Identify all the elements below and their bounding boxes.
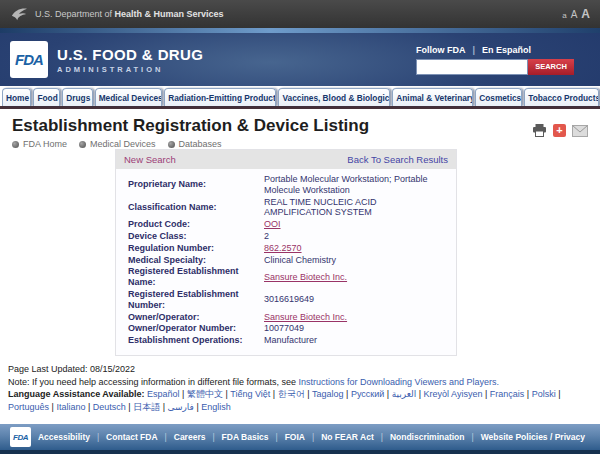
product-code-link[interactable]: OOI <box>264 219 281 230</box>
footer-link[interactable]: FDA Basics <box>222 432 269 442</box>
table-row: Proprietary Name: Portable Molecular Wor… <box>128 174 446 196</box>
nav-tab[interactable]: Cosmetics <box>475 88 522 106</box>
field-value: 10077049 <box>264 323 304 334</box>
language-link[interactable]: 日本語 <box>133 402 160 412</box>
field-value: 3016619649 <box>264 294 314 305</box>
en-espanol-link[interactable]: En Español <box>482 45 531 55</box>
language-link[interactable]: Polski <box>532 389 556 399</box>
footer-link[interactable]: Contact FDA <box>106 432 157 442</box>
search-button[interactable]: SEARCH <box>528 59 574 75</box>
hhs-top-bar: U.S. Department of Health & Human Servic… <box>0 0 600 28</box>
language-link[interactable]: فارسی <box>167 402 193 412</box>
field-value: 2 <box>264 231 269 242</box>
nav-tab[interactable]: Tobacco Products <box>524 88 599 106</box>
footer-fda-logo[interactable]: FDA <box>10 427 31 447</box>
language-link[interactable]: 繁體中文 <box>187 389 223 399</box>
banner-right-block: Follow FDA | En Español SEARCH <box>416 45 574 75</box>
footer-links: Accessibility | Contact FDA | Careers | … <box>31 432 592 442</box>
fda-logo[interactable]: FDA <box>10 41 48 78</box>
separator: | <box>305 389 312 399</box>
table-row: Classification Name: REAL TIME NUCLEIC A… <box>128 197 446 219</box>
field-value: Clinical Chemistry <box>264 255 336 266</box>
field-label: Product Code: <box>128 219 264 230</box>
back-to-results-link[interactable]: Back To Search Results <box>347 154 448 165</box>
font-size-button[interactable]: A <box>581 7 590 21</box>
table-row: Medical Specialty: Clinical Chemistry <box>128 255 446 266</box>
footer-link[interactable]: No FEAR Act <box>321 432 374 442</box>
follow-fda-link[interactable]: Follow FDA <box>416 45 466 55</box>
separator: | <box>524 389 531 399</box>
print-icon[interactable] <box>532 124 547 137</box>
field-label: Regulation Number: <box>128 243 264 254</box>
language-link[interactable]: Русский <box>351 389 384 399</box>
footer-link[interactable]: Website Policies / Privacy <box>481 432 585 442</box>
nav-tab[interactable]: Vaccines, Blood & Biologics <box>278 88 390 106</box>
language-link[interactable]: Português <box>8 402 49 412</box>
field-label: Device Class: <box>128 231 264 242</box>
language-link[interactable]: 한국어 <box>278 389 305 399</box>
breadcrumb-item[interactable]: Medical Devices <box>79 139 156 149</box>
table-row: Product Code: OOI <box>128 219 446 230</box>
field-label: Classification Name: <box>128 202 264 213</box>
email-icon[interactable] <box>572 125 588 137</box>
field-label: Registered Establishment Number: <box>128 289 264 311</box>
nav-tab[interactable]: Animal & Veterinary <box>392 88 473 106</box>
regulation-number-link[interactable]: 862.2570 <box>264 243 302 254</box>
table-row: Device Class: 2 <box>128 231 446 242</box>
share-icon[interactable]: + <box>553 124 566 137</box>
language-assistance-label: Language Assistance Available: <box>8 389 147 399</box>
language-link[interactable]: Kreyòl Ayisyen <box>424 389 483 399</box>
device-listing-panel: New Search Back To Search Results Propri… <box>115 149 457 356</box>
file-formats-note: Note: If you need help accessing informa… <box>8 376 592 389</box>
registered-establishment-link[interactable]: Sansure Biotech Inc. <box>264 272 347 283</box>
language-link[interactable]: Italiano <box>56 402 85 412</box>
language-link[interactable]: Tagalog <box>312 389 344 399</box>
hhs-department-label[interactable]: U.S. Department of Health & Human Servic… <box>35 9 224 19</box>
font-resize-controls[interactable]: aAA <box>562 7 590 21</box>
breadcrumb-item[interactable]: Databases <box>168 139 222 149</box>
language-link[interactable]: Français <box>490 389 525 399</box>
language-link[interactable]: Deutsch <box>93 402 126 412</box>
fda-title-line2: ADMINISTRATION <box>57 65 203 74</box>
footer-bar: FDA Accessibility | Contact FDA | Career… <box>0 424 600 454</box>
table-row: Regulation Number: 862.2570 <box>128 243 446 254</box>
font-size-button[interactable]: a <box>562 11 566 20</box>
language-link[interactable]: Tiếng Việt <box>230 389 270 399</box>
footer-link[interactable]: Nondiscrimination <box>390 432 465 442</box>
language-link[interactable]: English <box>201 402 231 412</box>
nav-tab[interactable]: Medical Devices <box>95 88 163 106</box>
separator: | <box>275 432 277 442</box>
field-label: Owner/Operator Number: <box>128 323 264 334</box>
nav-tab[interactable]: Home <box>2 88 31 106</box>
separator: | <box>312 432 314 442</box>
viewers-players-link[interactable]: Instructions for Downloading Viewers and… <box>299 377 499 387</box>
new-search-link[interactable]: New Search <box>124 154 176 165</box>
hhs-department-prefix: U.S. Department of <box>35 9 112 19</box>
nav-tabs: HomeFoodDrugsMedical DevicesRadiation-Em… <box>0 86 600 106</box>
owner-operator-link[interactable]: Sansure Biotech Inc. <box>264 312 347 323</box>
field-label: Owner/Operator: <box>128 312 264 323</box>
language-link[interactable]: العربية <box>392 389 417 399</box>
breadcrumb: FDA HomeMedical DevicesDatabases <box>12 139 369 149</box>
separator: | <box>482 389 489 399</box>
footer-link[interactable]: Careers <box>174 432 206 442</box>
field-label: Medical Specialty: <box>128 255 264 266</box>
nav-tab[interactable]: Drugs <box>62 88 92 106</box>
hhs-eagle-logo-icon <box>10 6 28 22</box>
search-input[interactable] <box>416 59 528 75</box>
language-link[interactable]: Español <box>147 389 180 399</box>
footer-link[interactable]: Accessibility <box>38 432 90 442</box>
fda-banner-title: U.S. FOOD & DRUG ADMINISTRATION <box>57 46 203 74</box>
field-value: REAL TIME NUCLEIC ACID AMPLIFICATION SYS… <box>264 197 446 219</box>
table-row: Registered Establishment Name: Sansure B… <box>128 266 446 288</box>
footer-link[interactable]: FOIA <box>285 432 305 442</box>
nav-tab[interactable]: Radiation-Emitting Products <box>164 88 276 106</box>
font-size-button[interactable]: A <box>571 9 578 20</box>
separator: | <box>270 389 277 399</box>
separator: | <box>556 389 561 399</box>
footer-info: Page Last Updated: 08/15/2022 Note: If y… <box>0 356 600 414</box>
nav-tab[interactable]: Food <box>33 88 60 106</box>
separator: | <box>384 389 391 399</box>
primary-nav-bar: HomeFoodDrugsMedical DevicesRadiation-Em… <box>0 86 600 109</box>
breadcrumb-item[interactable]: FDA Home <box>12 139 67 149</box>
